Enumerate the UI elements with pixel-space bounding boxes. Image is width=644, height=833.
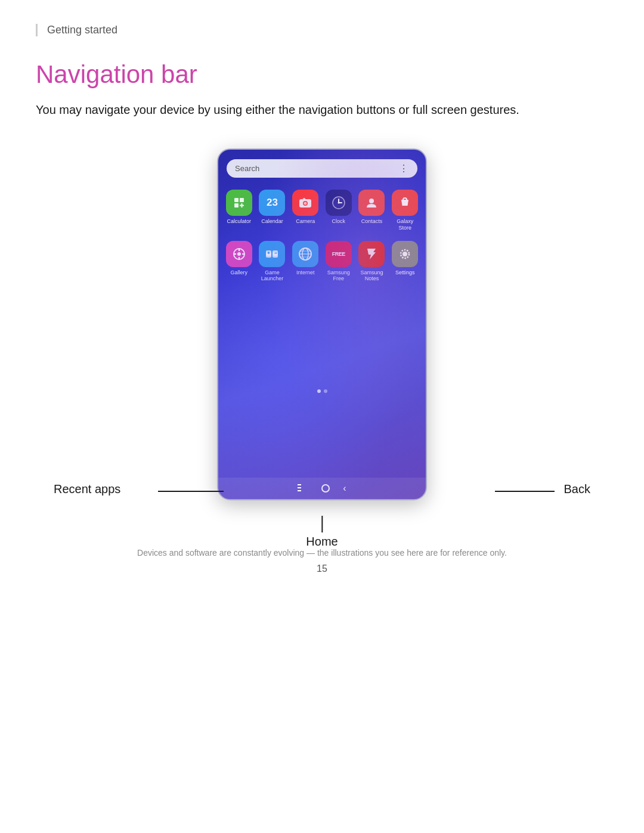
svg-rect-0	[234, 198, 239, 202]
app-contacts: Contacts	[357, 190, 387, 231]
app-icon-samsung-notes	[358, 241, 385, 267]
app-samsung-notes: Samsung Notes	[357, 241, 387, 283]
app-settings: Settings	[390, 241, 420, 283]
app-icon-clock	[326, 190, 352, 216]
page-dot-2	[324, 389, 327, 393]
svg-rect-1	[240, 198, 244, 202]
svg-point-32	[402, 252, 407, 256]
app-icon-camera	[292, 190, 318, 216]
app-calculator: Calculator	[224, 190, 254, 231]
apps-grid-row1: Calculator 23 Calendar	[218, 190, 426, 231]
app-icon-calendar: 23	[259, 190, 285, 216]
app-label-samsung-free: Samsung Free	[324, 270, 354, 283]
section-title: Navigation bar	[36, 60, 608, 89]
footer-note: Devices and software are constantly evol…	[36, 548, 608, 558]
app-icon-gallery	[226, 241, 252, 267]
app-gallery: Gallery	[224, 241, 254, 283]
app-label-calculator: Calculator	[227, 218, 252, 225]
app-label-calendar: Calendar	[261, 218, 283, 225]
app-icon-game-launcher	[259, 241, 285, 267]
app-icon-settings	[392, 241, 418, 267]
search-bar-text: Search	[235, 164, 259, 173]
page-dots	[218, 389, 426, 393]
app-internet: Internet	[290, 241, 320, 283]
breadcrumb-text: Getting started	[47, 24, 117, 36]
app-label-settings: Settings	[395, 270, 415, 276]
back-label: Back	[564, 482, 590, 496]
home-button[interactable]	[321, 484, 330, 493]
app-icon-galaxy-store	[392, 190, 418, 216]
app-icon-calculator	[226, 190, 252, 216]
app-label-samsung-notes: Samsung Notes	[357, 270, 387, 283]
app-samsung-free: FREE Samsung Free	[324, 241, 354, 283]
app-camera: Camera	[290, 190, 320, 231]
app-icon-samsung-free: FREE	[326, 241, 352, 267]
page-dot-1	[317, 389, 321, 393]
svg-point-11	[338, 202, 339, 204]
device-mockup: Search ⋮ Calculator	[217, 148, 427, 500]
svg-point-12	[369, 199, 374, 203]
app-galaxy-store: Galaxy Store	[390, 190, 420, 231]
app-clock: Clock	[324, 190, 354, 231]
back-button[interactable]: ‹	[343, 483, 346, 494]
section-description: You may navigate your device by using ei…	[36, 101, 543, 119]
search-dots-icon: ⋮	[399, 163, 409, 174]
search-bar: Search ⋮	[227, 159, 417, 178]
app-game-launcher: Game Launcher	[258, 241, 287, 283]
app-label-game-launcher: Game Launcher	[258, 270, 287, 283]
recent-apps-button[interactable]	[298, 484, 308, 494]
svg-point-25	[275, 252, 276, 253]
recent-apps-label: Recent apps	[54, 482, 120, 496]
app-label-camera: Camera	[296, 218, 315, 225]
footer-page: 15	[36, 563, 608, 574]
app-label-galaxy-store: Galaxy Store	[390, 218, 420, 231]
apps-grid-row2: Gallery	[218, 241, 426, 283]
app-calendar: 23 Calendar	[258, 190, 287, 231]
home-label: Home	[306, 516, 338, 549]
app-label-internet: Internet	[296, 270, 315, 276]
app-label-clock: Clock	[332, 218, 346, 225]
svg-point-14	[237, 252, 241, 256]
app-label-contacts: Contacts	[361, 218, 383, 225]
svg-point-7	[304, 202, 307, 205]
app-label-gallery: Gallery	[231, 270, 248, 276]
diagram-area: Search ⋮ Calculator	[36, 148, 608, 500]
navigation-bar: ‹	[218, 478, 426, 499]
svg-rect-8	[303, 198, 305, 200]
app-icon-internet	[292, 241, 318, 267]
svg-point-26	[276, 252, 277, 253]
breadcrumb: Getting started	[36, 24, 608, 36]
svg-rect-2	[234, 203, 239, 208]
app-icon-contacts	[358, 190, 385, 216]
